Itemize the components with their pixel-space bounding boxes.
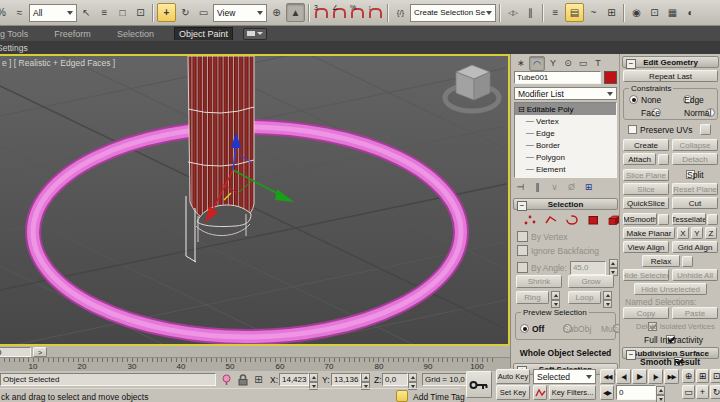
rect-selection-region-icon[interactable]: □ xyxy=(114,4,131,21)
planar-x-button[interactable]: X xyxy=(677,227,689,239)
frame-spinner[interactable] xyxy=(656,386,665,402)
pan-view-icon[interactable]: + xyxy=(696,385,709,399)
ribbon-panel-title[interactable]: Settings xyxy=(0,43,28,53)
angle-snap-icon[interactable]: ∠ xyxy=(331,4,348,21)
attach-settings-button[interactable] xyxy=(658,154,669,165)
tab-modify-icon[interactable]: ◠ xyxy=(529,56,545,71)
y-coordinate-field[interactable]: 13,136 xyxy=(331,373,361,386)
preserve-uvs-checkbox[interactable] xyxy=(628,125,637,134)
set-key-button[interactable]: Set Key xyxy=(496,385,530,400)
render-production-icon[interactable]: ◐ xyxy=(682,4,699,21)
stack-item-vertex[interactable]: Vertex xyxy=(515,115,616,127)
default-in-out-tangent-icon[interactable] xyxy=(533,385,547,400)
relax-settings-button[interactable] xyxy=(682,256,693,267)
select-by-name-icon[interactable]: ≡ xyxy=(96,4,113,21)
pin-stack-icon[interactable]: ⊣ xyxy=(514,181,527,193)
collapse-icon[interactable]: − xyxy=(517,201,527,211)
stack-item-editable-poly[interactable]: ⊟ Editable Poly xyxy=(515,103,616,115)
play-button[interactable]: ▶ xyxy=(632,369,647,384)
configure-modifier-sets-icon[interactable]: ⊞ xyxy=(582,181,595,193)
collapse-icon[interactable]: − xyxy=(626,350,636,360)
select-and-link-icon[interactable]: % xyxy=(0,4,10,21)
orbit-icon[interactable]: ↻ xyxy=(710,385,720,399)
tessellate-button[interactable]: Tessellate xyxy=(672,213,706,225)
repeat-last-button[interactable]: Repeat Last xyxy=(623,70,718,82)
collapse-icon[interactable]: − xyxy=(626,59,636,69)
tessellate-settings-button[interactable] xyxy=(707,214,718,225)
set-keys-button[interactable] xyxy=(466,371,492,398)
edit-geometry-rollout-header[interactable]: − Edit Geometry xyxy=(622,56,719,68)
selection-set-filter-dropdown[interactable]: Selected xyxy=(533,369,596,384)
zoom-region-icon[interactable]: ▭ xyxy=(682,385,695,399)
window-crossing-icon[interactable]: ⊡ xyxy=(132,4,149,21)
ribbon-tab-freeform[interactable]: Freeform xyxy=(50,28,95,40)
edge-subobject-icon[interactable] xyxy=(544,214,558,226)
viewcube[interactable] xyxy=(445,65,499,111)
material-editor-icon[interactable]: ◉ xyxy=(628,4,645,21)
planar-z-button[interactable]: Z xyxy=(705,227,717,239)
keyboard-override-icon[interactable]: ▲ xyxy=(286,3,305,22)
grid-align-button[interactable]: Grid Align xyxy=(672,241,718,253)
tab-hierarchy-icon[interactable]: Y xyxy=(546,56,560,69)
reference-coordinate-dropdown[interactable]: View xyxy=(213,4,267,22)
key-mode-toggle-button[interactable]: ◀▶ xyxy=(600,385,614,400)
x-coordinate-field[interactable]: 14,423 xyxy=(279,373,309,386)
stack-item-element[interactable]: Element xyxy=(515,163,616,175)
ribbon-tab-selection[interactable]: Selection xyxy=(113,28,158,40)
tube-object[interactable] xyxy=(186,56,254,262)
tab-motion-icon[interactable]: ⊙ xyxy=(561,56,575,69)
bind-spacewarp-icon[interactable]: ≈ xyxy=(11,4,28,21)
viewport-canvas[interactable] xyxy=(0,56,508,344)
layer-manager-icon[interactable]: ≡ xyxy=(547,4,564,21)
tab-utilities-icon[interactable]: T xyxy=(591,56,605,69)
edit-named-sets-icon[interactable]: {/} xyxy=(392,4,409,21)
expand-icon[interactable]: ⊟ xyxy=(518,105,525,114)
cut-button[interactable]: Cut xyxy=(672,197,718,209)
time-slider[interactable]: 0 > xyxy=(0,346,510,358)
tab-create-icon[interactable]: ∗ xyxy=(514,56,528,69)
named-selection-set-dropdown[interactable]: Create Selection Se xyxy=(410,4,496,22)
relax-button[interactable]: Relax xyxy=(642,255,680,267)
percent-snap-icon[interactable]: % xyxy=(349,4,366,21)
select-and-scale-icon[interactable]: ▭ xyxy=(195,4,212,21)
z-coordinate-field[interactable]: 0,0 xyxy=(382,373,408,386)
key-filters-button[interactable]: Key Filters... xyxy=(549,385,596,400)
constraint-none-radio[interactable] xyxy=(629,95,638,104)
mirror-icon[interactable]: ◁▷ xyxy=(504,4,521,21)
select-and-rotate-icon[interactable]: ↻ xyxy=(177,4,194,21)
zoom-all-icon[interactable]: ⊞ xyxy=(696,369,709,383)
spinner-snap-icon[interactable]: ↕ xyxy=(367,4,384,21)
use-center-icon[interactable]: ⊕ xyxy=(268,4,285,21)
viewport-label[interactable]: e ] [ Realistic + Edged Faces ] xyxy=(2,58,115,68)
zoom-extents-icon[interactable]: ⊡ xyxy=(710,369,720,383)
current-frame-field[interactable]: 0 xyxy=(616,385,656,400)
make-planar-button[interactable]: Make Planar xyxy=(623,227,675,239)
attach-button[interactable]: Attach xyxy=(623,153,656,165)
msmooth-settings-button[interactable] xyxy=(658,214,669,225)
zoom-icon[interactable]: ⊕ xyxy=(682,369,695,383)
align-icon[interactable]: ∥ xyxy=(522,4,539,21)
vertex-subobject-icon[interactable] xyxy=(523,214,537,226)
planar-y-button[interactable]: Y xyxy=(691,227,703,239)
ribbon-toggle-icon[interactable]: ▤ xyxy=(565,3,584,22)
ribbon-minimize-button[interactable] xyxy=(243,28,267,40)
snap-toggle-3d-icon[interactable]: 3 xyxy=(313,4,330,21)
go-to-start-button[interactable]: ◀◀ xyxy=(600,369,615,384)
stack-item-edge[interactable]: Edge xyxy=(515,127,616,139)
render-setup-icon[interactable]: ⊡ xyxy=(646,4,663,21)
modifier-stack[interactable]: ⊟ Editable Poly Vertex Edge Border Polyg… xyxy=(514,102,617,178)
selection-filter-dropdown[interactable]: All xyxy=(29,4,77,22)
track-bar[interactable]: 10 20 30 40 50 60 70 80 90 100 xyxy=(0,358,510,371)
transform-typein-toggle-icon[interactable]: ⊞ xyxy=(252,373,265,386)
time-tag-icon[interactable] xyxy=(396,390,408,402)
stack-item-polygon[interactable]: Polygon xyxy=(515,151,616,163)
polygon-subobject-icon[interactable] xyxy=(586,214,600,226)
auto-key-button[interactable]: Auto Key xyxy=(496,369,530,384)
selection-lock-icon[interactable] xyxy=(237,374,249,385)
rendered-frame-icon[interactable]: ▦ xyxy=(664,4,681,21)
curve-editor-icon[interactable]: ~ xyxy=(585,4,602,21)
tab-display-icon[interactable]: ▭ xyxy=(576,56,590,69)
object-name-field[interactable]: Tube001 xyxy=(514,71,601,84)
object-color-swatch[interactable] xyxy=(604,71,617,84)
time-slider-frame-field[interactable]: 0 xyxy=(0,347,31,357)
